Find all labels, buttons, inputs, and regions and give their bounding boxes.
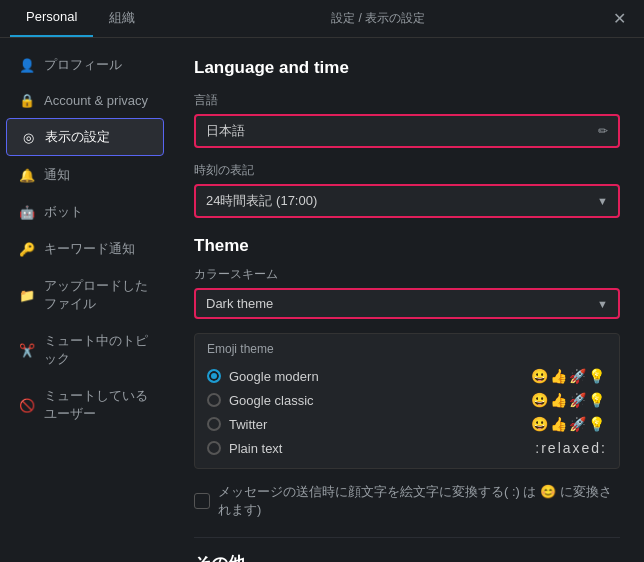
sidebar-label-bot: ボット bbox=[44, 203, 83, 221]
sidebar-item-uploaded-files[interactable]: 📁 アップロードしたファイル bbox=[6, 268, 164, 322]
block-icon: 🚫 bbox=[18, 398, 36, 413]
emoji-option-twitter[interactable]: Twitter 😀👍🚀💡 bbox=[207, 412, 607, 436]
sidebar-item-muted-topics[interactable]: ✂️ ミュート中のトピック bbox=[6, 323, 164, 377]
convert-emoji-checkbox[interactable] bbox=[194, 493, 210, 509]
sidebar-label-muted-users: ミュートしているユーザー bbox=[44, 387, 152, 423]
profile-icon: 👤 bbox=[18, 58, 36, 73]
time-field[interactable]: 24時間表記 (17:00) ▼ bbox=[194, 184, 620, 218]
sidebar-label-profile: プロフィール bbox=[44, 56, 122, 74]
theme-section-title: Theme bbox=[194, 236, 620, 256]
sidebar-item-keyword-notifications[interactable]: 🔑 キーワード通知 bbox=[6, 231, 164, 267]
emoji-theme-label: Emoji theme bbox=[207, 342, 607, 356]
emoji-option-plain-text-label: Plain text bbox=[229, 441, 282, 456]
sidebar-item-profile[interactable]: 👤 プロフィール bbox=[6, 47, 164, 83]
bot-icon: 🤖 bbox=[18, 205, 36, 220]
theme-section: Theme カラースキーム Dark theme ▼ Emoji theme G… bbox=[194, 236, 620, 519]
chevron-down-icon: ▼ bbox=[597, 195, 608, 207]
radio-google-modern[interactable] bbox=[207, 369, 221, 383]
close-button[interactable]: ✕ bbox=[605, 5, 634, 32]
convert-emoji-label: メッセージの送信時に顔文字を絵文字に変換する( :) は 😊 に変換されます) bbox=[218, 483, 620, 519]
color-scheme-label: カラースキーム bbox=[194, 266, 620, 283]
radio-plain-text[interactable] bbox=[207, 441, 221, 455]
emoji-preview-plain-text: :relaxed: bbox=[535, 440, 607, 456]
emoji-option-plain-text[interactable]: Plain text :relaxed: bbox=[207, 436, 607, 460]
emoji-option-google-modern[interactable]: Google modern 😀👍🚀💡 bbox=[207, 364, 607, 388]
edit-icon: ✏ bbox=[598, 124, 608, 138]
other-section: その他 Default view ? すべてのメッセージ 最近の会話 ダイレクト… bbox=[194, 552, 620, 562]
emoji-option-google-modern-label: Google modern bbox=[229, 369, 319, 384]
sidebar-item-bot[interactable]: 🤖 ボット bbox=[6, 194, 164, 230]
other-section-title: その他 bbox=[194, 552, 620, 562]
emoji-option-google-classic[interactable]: Google classic 😀👍🚀💡 bbox=[207, 388, 607, 412]
mute-icon: ✂️ bbox=[18, 343, 36, 358]
sidebar-label-display-settings: 表示の設定 bbox=[45, 128, 110, 146]
sidebar-item-notifications[interactable]: 🔔 通知 bbox=[6, 157, 164, 193]
keyword-icon: 🔑 bbox=[18, 242, 36, 257]
sidebar-label-keyword-notifications: キーワード通知 bbox=[44, 240, 135, 258]
sidebar-label-notifications: 通知 bbox=[44, 166, 70, 184]
color-scheme-field[interactable]: Dark theme ▼ bbox=[194, 288, 620, 319]
divider bbox=[194, 537, 620, 538]
radio-google-classic[interactable] bbox=[207, 393, 221, 407]
language-time-section: Language and time 言語 日本語 ✏ 時刻の表記 24時間表記 … bbox=[194, 58, 620, 218]
language-label: 言語 bbox=[194, 92, 620, 109]
language-section-title: Language and time bbox=[194, 58, 620, 78]
sidebar: 👤 プロフィール 🔒 Account & privacy ◎ 表示の設定 🔔 通… bbox=[0, 38, 170, 562]
time-label: 時刻の表記 bbox=[194, 162, 620, 179]
top-tabs-bar: Personal 組織 設定 / 表示の設定 ✕ bbox=[0, 0, 644, 38]
emoji-preview-twitter: 😀👍🚀💡 bbox=[531, 416, 607, 432]
tabs-left: Personal 組織 bbox=[10, 1, 151, 37]
display-icon: ◎ bbox=[19, 130, 37, 145]
bell-icon: 🔔 bbox=[18, 168, 36, 183]
sidebar-label-muted-topics: ミュート中のトピック bbox=[44, 332, 152, 368]
time-value: 24時間表記 (17:00) bbox=[206, 192, 317, 210]
lock-icon: 🔒 bbox=[18, 93, 36, 108]
sidebar-label-uploaded-files: アップロードしたファイル bbox=[44, 277, 152, 313]
sidebar-item-muted-users[interactable]: 🚫 ミュートしているユーザー bbox=[6, 378, 164, 432]
emoji-theme-box: Emoji theme Google modern 😀👍🚀💡 Google cl… bbox=[194, 333, 620, 469]
sidebar-item-account-privacy[interactable]: 🔒 Account & privacy bbox=[6, 84, 164, 117]
language-field[interactable]: 日本語 ✏ bbox=[194, 114, 620, 148]
content-area: Language and time 言語 日本語 ✏ 時刻の表記 24時間表記 … bbox=[170, 38, 644, 562]
language-value: 日本語 bbox=[206, 122, 245, 140]
tab-personal[interactable]: Personal bbox=[10, 1, 93, 37]
emoji-option-twitter-label: Twitter bbox=[229, 417, 267, 432]
main-container: 👤 プロフィール 🔒 Account & privacy ◎ 表示の設定 🔔 通… bbox=[0, 38, 644, 562]
sidebar-label-account-privacy: Account & privacy bbox=[44, 93, 148, 108]
convert-emoji-row: メッセージの送信時に顔文字を絵文字に変換する( :) は 😊 に変換されます) bbox=[194, 483, 620, 519]
breadcrumb: 設定 / 表示の設定 bbox=[331, 10, 425, 27]
emoji-inline-face: 😊 bbox=[540, 484, 556, 499]
tab-org[interactable]: 組織 bbox=[93, 1, 151, 37]
emoji-preview-google-modern: 😀👍🚀💡 bbox=[531, 368, 607, 384]
color-scheme-value: Dark theme bbox=[206, 296, 273, 311]
emoji-preview-google-classic: 😀👍🚀💡 bbox=[531, 392, 607, 408]
folder-icon: 📁 bbox=[18, 288, 36, 303]
radio-twitter[interactable] bbox=[207, 417, 221, 431]
sidebar-item-display-settings[interactable]: ◎ 表示の設定 bbox=[6, 118, 164, 156]
emoji-option-google-classic-label: Google classic bbox=[229, 393, 314, 408]
chevron-down-icon-theme: ▼ bbox=[597, 298, 608, 310]
